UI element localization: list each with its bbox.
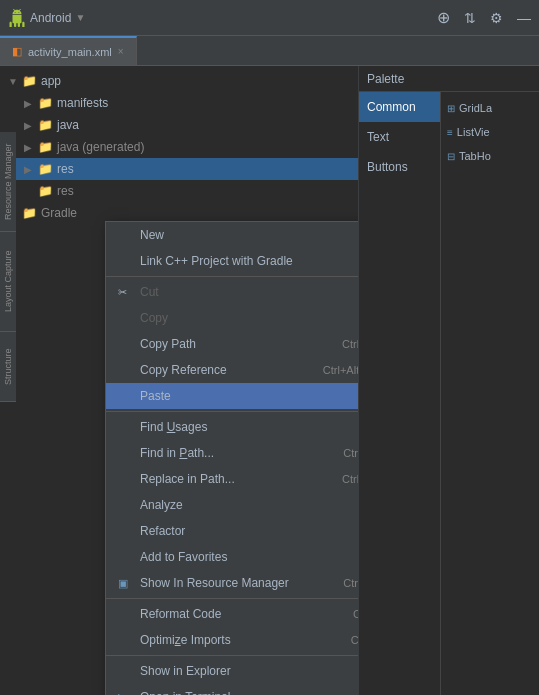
settings-icon[interactable]: ⚙	[490, 10, 503, 26]
tree-label: java (generated)	[57, 140, 144, 154]
palette-item-listview[interactable]: ≡ ListVie	[441, 120, 539, 144]
category-label: Text	[367, 130, 389, 144]
tree-item-java-generated[interactable]: ▶ 📁 java (generated)	[0, 136, 358, 158]
menu-item-refactor[interactable]: Refactor ▶	[106, 518, 358, 544]
resource-icon: ▣	[118, 577, 134, 590]
menu-label: Paste	[140, 389, 171, 403]
palette-item-tabhost[interactable]: ⊟ TabHo	[441, 144, 539, 168]
tree-label: manifests	[57, 96, 108, 110]
menu-item-show-explorer[interactable]: Show in Explorer	[106, 658, 358, 684]
menu-label: Open in Terminal	[140, 690, 231, 695]
tree-item-res[interactable]: ▶ 📁 res	[0, 158, 358, 180]
menu-item-link-cpp[interactable]: Link C++ Project with Gradle	[106, 248, 358, 274]
category-label: Common	[367, 100, 416, 114]
expand-arrow: ▶	[24, 120, 34, 131]
menu-item-new[interactable]: New ▶	[106, 222, 358, 248]
tree-label: app	[41, 74, 61, 88]
android-label: Android	[30, 11, 71, 25]
menu-label: New	[140, 228, 164, 242]
palette-title: Palette	[367, 72, 404, 86]
expand-arrow: ▶	[24, 142, 34, 153]
menu-label: Add to Favorites	[140, 550, 227, 564]
vertical-side-tabs: Resource Manager Layout Capture Structur…	[0, 132, 16, 402]
tree-item-app[interactable]: ▼ 📁 app	[0, 70, 358, 92]
res-icon: 📁	[38, 162, 53, 176]
menu-item-open-terminal[interactable]: ▶ Open in Terminal	[106, 684, 358, 695]
divider-2	[106, 411, 358, 412]
main-area: ▼ 📁 app ▶ 📁 manifests ▶ 📁 java ▶ 📁 java …	[0, 66, 539, 695]
menu-label: Copy Path	[140, 337, 196, 351]
menu-label: Refactor	[140, 524, 185, 538]
shortcut: Ctrl+Shift+F	[343, 447, 358, 459]
menu-item-cut: ✂ Cut Ctrl+X	[106, 279, 358, 305]
menu-label: Optimize Imports	[140, 633, 231, 647]
palette-category-common[interactable]: Common	[359, 92, 440, 122]
tree-item-manifests[interactable]: ▶ 📁 manifests	[0, 92, 358, 114]
gradle-icon: 📁	[22, 206, 37, 220]
project-tree: ▼ 📁 app ▶ 📁 manifests ▶ 📁 java ▶ 📁 java …	[0, 66, 358, 228]
toolbar-icons: ⊕ ⇅ ⚙ —	[437, 8, 531, 27]
shortcut: Ctrl+Alt+L	[353, 608, 358, 620]
divider-4	[106, 655, 358, 656]
palette-header: Palette	[359, 66, 539, 92]
dropdown-arrow[interactable]: ▼	[75, 12, 85, 23]
tree-item-java[interactable]: ▶ 📁 java	[0, 114, 358, 136]
menu-label: Cut	[140, 285, 159, 299]
app-icon: 📁	[22, 74, 37, 88]
terminal-icon: ▶	[118, 691, 134, 696]
resource-manager-tab[interactable]: Resource Manager	[0, 132, 16, 232]
structure-tab[interactable]: Structure	[0, 332, 16, 402]
tree-item-res2[interactable]: ▶ 📁 res	[0, 180, 358, 202]
divider-1	[106, 276, 358, 277]
expand-arrow: ▶	[24, 98, 34, 109]
shortcut: Ctrl+Shift+C	[342, 338, 358, 350]
java-icon: 📁	[38, 118, 53, 132]
palette-category-buttons[interactable]: Buttons	[359, 152, 440, 182]
palette-item-gridlayout[interactable]: ⊞ GridLa	[441, 96, 539, 120]
menu-item-copy-reference[interactable]: Copy Reference Ctrl+Alt+Shift+C	[106, 357, 358, 383]
menu-item-paste[interactable]: Paste Ctrl+V	[106, 383, 358, 409]
palette-panel: Palette Common Text Buttons ⊞ GridLa	[358, 66, 539, 695]
add-icon[interactable]: ⊕	[437, 8, 450, 27]
manifests-icon: 📁	[38, 96, 53, 110]
gridlayout-icon: ⊞	[447, 103, 455, 114]
top-bar: Android ▼ ⊕ ⇅ ⚙ —	[0, 0, 539, 36]
layout-capture-tab[interactable]: Layout Capture	[0, 232, 16, 332]
menu-item-copy-path[interactable]: Copy Path Ctrl+Shift+C	[106, 331, 358, 357]
menu-label: Replace in Path...	[140, 472, 235, 486]
menu-item-replace-path[interactable]: Replace in Path... Ctrl+Shift+R	[106, 466, 358, 492]
item-label: GridLa	[459, 102, 492, 114]
menu-label: Copy	[140, 311, 168, 325]
context-menu: New ▶ Link C++ Project with Gradle ✂ Cut…	[105, 221, 358, 695]
menu-item-optimize[interactable]: Optimize Imports Ctrl+Alt+O	[106, 627, 358, 653]
shortcut: Ctrl+Shift+T	[343, 577, 358, 589]
menu-item-find-usages[interactable]: Find Usages Alt+F7	[106, 414, 358, 440]
menu-label: Find Usages	[140, 420, 207, 434]
tree-label: res	[57, 184, 74, 198]
tree-label: res	[57, 162, 74, 176]
menu-item-find-path[interactable]: Find in Path... Ctrl+Shift+F	[106, 440, 358, 466]
tab-activity-main[interactable]: ◧ activity_main.xml ×	[0, 36, 137, 65]
menu-item-resource-manager[interactable]: ▣ Show In Resource Manager Ctrl+Shift+T	[106, 570, 358, 596]
tree-label: Gradle	[41, 206, 77, 220]
category-label: Buttons	[367, 160, 408, 174]
java-gen-icon: 📁	[38, 140, 53, 154]
divider-3	[106, 598, 358, 599]
minimize-icon[interactable]: —	[517, 10, 531, 26]
shortcut: Ctrl+Alt+O	[351, 634, 358, 646]
listview-icon: ≡	[447, 127, 453, 138]
cut-icon: ✂	[118, 286, 134, 299]
palette-category-text[interactable]: Text	[359, 122, 440, 152]
expand-arrow: ▶	[24, 164, 34, 175]
xml-file-icon: ◧	[12, 45, 22, 58]
android-title[interactable]: Android ▼	[8, 9, 85, 27]
menu-item-reformat[interactable]: Reformat Code Ctrl+Alt+L	[106, 601, 358, 627]
tab-close-icon[interactable]: ×	[118, 46, 124, 57]
menu-item-analyze[interactable]: Analyze ▶	[106, 492, 358, 518]
res2-icon: 📁	[38, 184, 53, 198]
tree-label: java	[57, 118, 79, 132]
menu-item-favorites[interactable]: Add to Favorites ▶	[106, 544, 358, 570]
menu-label: Reformat Code	[140, 607, 221, 621]
menu-label: Show In Resource Manager	[140, 576, 289, 590]
sync-icon[interactable]: ⇅	[464, 10, 476, 26]
